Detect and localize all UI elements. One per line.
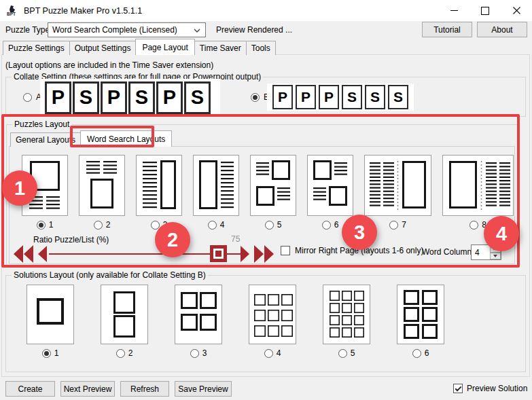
grid-2x3-thick-icon — [397, 285, 444, 344]
tab-word-search-layouts[interactable]: Word Search Layouts — [80, 130, 172, 147]
letter-box: P — [45, 81, 71, 114]
solution-layout-thumbnail-1[interactable] — [26, 285, 74, 344]
puzzle-layout-option-8: 8 — [442, 155, 514, 230]
save-preview-button[interactable]: Save Preview — [175, 381, 232, 397]
puzzle-layout-thumbnail-1[interactable] — [22, 155, 68, 216]
puzzle-layout-option-7: 7 — [364, 155, 431, 230]
maximize-button[interactable] — [469, 0, 501, 21]
solution-layout-thumbnail-3[interactable] — [175, 285, 222, 344]
minimize-button[interactable] — [438, 0, 469, 21]
list-left-puzzle-right-icon — [137, 156, 181, 215]
slider-right-icon[interactable] — [241, 245, 251, 263]
solution-layout-thumbnail-4[interactable] — [249, 285, 296, 344]
solution-layout-radio-6[interactable] — [412, 349, 421, 358]
puzzles-layout-title: Puzzles Layout — [12, 120, 71, 129]
tab-general-layouts[interactable]: General Layouts — [10, 132, 81, 147]
puzzle-layout-thumbnail-7[interactable] — [364, 155, 431, 216]
puzzle-type-label: Puzzle Type — [5, 25, 50, 35]
puzzle-layout-tabs: General LayoutsWord Search Layouts — [10, 131, 171, 147]
solutions-layout-title: Solutions Layout (only available for Col… — [12, 270, 208, 280]
puzzle-layout-radio-6[interactable] — [322, 221, 331, 230]
preview-solution-option: Preview Solution — [453, 384, 527, 393]
solution-layout-radio-5[interactable] — [338, 349, 347, 358]
mirror-right-page-label: Mirror Right Page (layouts 1-6 only) — [295, 246, 423, 255]
letter-box: P — [272, 85, 293, 109]
slider-left-icon[interactable] — [36, 245, 47, 263]
ratio-slider-handle[interactable] — [210, 245, 227, 262]
solution-layout-radio-row-3: 3 — [190, 348, 207, 358]
puzzle-layout-radio-5[interactable] — [265, 221, 274, 230]
collate-radio-b[interactable] — [251, 93, 260, 102]
word-columns-down-button[interactable] — [490, 253, 501, 260]
solution-layout-option-6: 6 — [397, 285, 444, 358]
puzzle-layout-thumbnail-8[interactable] — [442, 155, 514, 216]
puzzle-layout-radio-8[interactable] — [469, 221, 478, 230]
puzzle-layout-radio-2[interactable] — [94, 221, 103, 230]
slider-double-left-icon[interactable] — [13, 245, 33, 263]
puzzle-layout-radio-label-3: 3 — [163, 220, 168, 230]
tab-puzzle-settings[interactable]: Puzzle Settings — [3, 41, 70, 55]
puzzle-layout-radio-label-6: 6 — [334, 220, 339, 230]
create-button[interactable]: Create — [5, 381, 55, 397]
puzzle-layout-thumbnail-3[interactable] — [136, 155, 182, 216]
puzzle-layout-thumbnail-2[interactable] — [79, 155, 125, 216]
puzzle-layout-radio-1[interactable] — [37, 221, 46, 230]
solution-layout-radio-1[interactable] — [42, 349, 51, 358]
puzzle-layout-radio-3[interactable] — [151, 221, 160, 230]
tutorial-button[interactable]: Tutorial — [422, 22, 472, 37]
collate-sequence-b: PPPSSS — [267, 84, 414, 111]
slider-double-right-icon[interactable] — [254, 245, 274, 263]
grid-3x3-thin-icon — [249, 285, 296, 344]
puzzle-layout-thumbnail-5[interactable] — [250, 155, 296, 216]
letter-box: S — [128, 81, 155, 114]
puzzle-layout-thumbnail-4[interactable] — [193, 155, 239, 216]
solution-layout-thumbnail-6[interactable] — [397, 285, 444, 344]
solution-layout-radio-label-3: 3 — [202, 348, 207, 358]
puzzle-layout-radio-row-6: 6 — [322, 220, 339, 230]
about-button[interactable]: About — [477, 22, 527, 37]
arrow-down-icon — [493, 255, 497, 257]
tab-page-layout[interactable]: Page Layout — [135, 39, 194, 55]
puzzle-layout-radio-7[interactable] — [389, 221, 398, 230]
solutions-layout-group: Solutions Layout (only available for Col… — [5, 275, 526, 372]
solution-layout-radio-3[interactable] — [190, 349, 199, 358]
word-columns-value[interactable]: 4 — [472, 245, 490, 259]
solution-layout-option-3: 3 — [175, 285, 222, 358]
letter-box: P — [319, 85, 339, 109]
tab-time-saver[interactable]: Time Saver — [194, 41, 247, 55]
solution-layout-thumbnail-2[interactable] — [101, 285, 148, 344]
puzzle-layout-radio-label-1: 1 — [49, 220, 54, 230]
tab-tools[interactable]: Tools — [246, 41, 276, 55]
close-button[interactable] — [501, 0, 532, 21]
puzzle-layout-thumbnail-6[interactable] — [307, 155, 353, 216]
solution-layout-thumbnail-5[interactable] — [323, 285, 370, 344]
arrow-up-icon — [493, 247, 497, 250]
next-preview-button[interactable]: Next Preview — [60, 381, 115, 397]
word-columns-label: Word Columns — [422, 247, 476, 257]
solution-layout-radio-2[interactable] — [116, 349, 125, 358]
tab-output-settings[interactable]: Output Settings — [69, 41, 137, 55]
puzzle-layout-option-2: 2 — [79, 155, 125, 230]
puzzle-top-list-bottom-icon — [22, 156, 67, 215]
solution-layout-radio-4[interactable] — [264, 349, 273, 358]
refresh-button[interactable]: Refresh — [120, 381, 169, 397]
puzzle-left-list-right-icon — [194, 156, 238, 215]
puzzle-layout-radio-4[interactable] — [208, 221, 217, 230]
window-title: BPT Puzzle Maker Pro v1.5.1.1 — [24, 6, 142, 16]
letter-box: S — [184, 81, 211, 114]
puzzle-layout-radio-label-5: 5 — [277, 220, 282, 230]
collate-radio-a[interactable] — [23, 93, 32, 102]
letter-box: S — [365, 85, 385, 109]
preview-solution-checkbox[interactable] — [453, 384, 463, 393]
word-columns-up-button[interactable] — [490, 245, 501, 253]
grid-3x4-thin-icon — [323, 285, 370, 344]
puzzle-layouts-row: 12345678 — [7, 155, 517, 230]
puzzle-type-dropdown[interactable]: Word Search Complete (Licensed) — [48, 22, 206, 37]
preview-solution-label: Preview Solution — [467, 384, 527, 393]
collate-sequence-a: PSPSPS — [40, 79, 220, 116]
puzzle-layout-option-4: 4 — [193, 155, 239, 230]
solution-layout-radio-row-5: 5 — [338, 348, 355, 358]
mirror-right-page-checkbox[interactable] — [281, 246, 290, 255]
puzzle-layout-option-5: 5 — [250, 155, 296, 230]
puzzle-layout-radio-row-3: 3 — [151, 220, 168, 230]
